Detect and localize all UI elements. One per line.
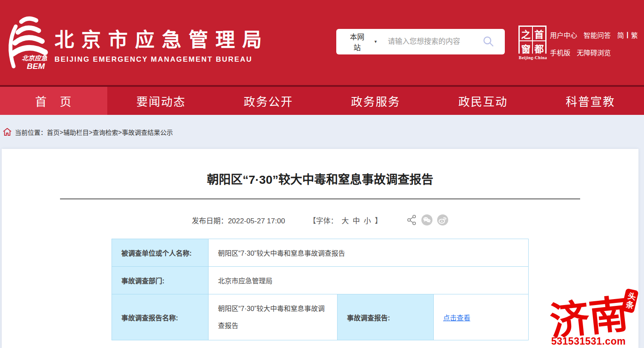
wechat-icon (421, 214, 433, 226)
capital-window-caption: Beijing-China (518, 55, 547, 60)
language-divider: | (627, 31, 628, 39)
search-bar: 本网站 ▼ (336, 29, 505, 54)
publish-date-label: 发布日期： (192, 217, 228, 225)
search-button[interactable] (482, 35, 505, 48)
report-info-table: 被调查单位或个人名称: 朝阳区“7·30”较大中毒和窒息事故调查报告 事故调查部… (112, 239, 529, 340)
capital-window-grid: 之 首 窗 都 (518, 26, 547, 54)
nav-item-science-education[interactable]: 科普宣教 (537, 87, 644, 115)
bureau-logo[interactable]: 北京应急 BEM (2, 14, 54, 72)
publish-date-row: 发布日期：2022-05-27 17:00 (192, 215, 285, 225)
breadcrumb-item-home[interactable]: 首页 (47, 128, 60, 137)
capital-window-logo[interactable]: 之 首 窗 都 Beijing-China (518, 26, 547, 60)
breadcrumb-prefix: 当前位置： (15, 128, 47, 137)
nav-item-interaction[interactable]: 政民互动 (429, 87, 537, 115)
font-size-close: 】 (375, 215, 382, 225)
capital-window-char: 首 (533, 27, 545, 40)
table-row: 事故调查报告名称: 朝阳区“7·30”较大中毒和窒息事故调查报告 事故调查报告:… (112, 294, 529, 340)
share-icon (406, 214, 417, 225)
home-icon (3, 128, 12, 136)
site-subtitle: BEIJING EMERGENCY MANAGEMENT BUREAU (54, 55, 269, 64)
row-label: 事故调查部门: (112, 267, 209, 294)
breadcrumb-separator: > (118, 128, 122, 136)
search-scope-dropdown[interactable]: 本网站 ▼ (336, 31, 378, 52)
nav-item-gov-disclosure[interactable]: 政务公开 (215, 87, 322, 115)
share-button[interactable] (406, 214, 417, 225)
header-quick-links: 用户中心 智能问答 简 | 繁 手机版 无障碍浏览 (550, 30, 641, 65)
link-mobile-version[interactable]: 手机版 (550, 47, 570, 57)
link-traditional-chinese[interactable]: 繁 (631, 30, 638, 40)
site-title-block: 北京市应急管理局 BEIJING EMERGENCY MANAGEMENT BU… (54, 24, 269, 64)
table-row: 被调查单位或个人名称: 朝阳区“7·30”较大中毒和窒息事故调查报告 (112, 239, 529, 267)
chevron-down-icon: ▼ (374, 40, 378, 44)
breadcrumb-item-aux-column[interactable]: 辅助栏目 (63, 128, 89, 137)
row-value: 朝阳区“7·30”较大中毒和窒息事故调查报告 (209, 239, 529, 267)
site-title: 北京市应急管理局 (54, 24, 269, 52)
font-size-selector: 【字体： 大 中 小 】 (309, 215, 382, 225)
font-size-medium[interactable]: 中 (353, 215, 360, 225)
bureau-logo-text-cn: 北京应急 (22, 54, 47, 62)
weibo-icon (437, 214, 449, 226)
link-simplified-chinese[interactable]: 简 (617, 30, 624, 40)
breadcrumb-item-search-retrieval[interactable]: 查询检索 (93, 128, 118, 137)
bureau-logo-icon: 北京应急 BEM (2, 14, 54, 72)
nav-item-gov-services[interactable]: 政务服务 (322, 87, 429, 115)
row-label: 被调查单位或个人名称: (112, 239, 209, 267)
link-smart-qa[interactable]: 智能问答 (584, 30, 611, 40)
main-nav: 首 页 要闻动态 政务公开 政务服务 政民互动 科普宣教 (0, 85, 644, 115)
site-header: 北京应急 BEM 北京市应急管理局 BEIJING EMERGENCY MANA… (0, 0, 644, 85)
search-scope-label: 本网站 (347, 31, 367, 52)
breadcrumb-item-current: 事故调查结果公示 (122, 128, 173, 137)
capital-window-char: 之 (520, 27, 532, 40)
row-value: 点击查看 (434, 294, 529, 340)
wechat-share-button[interactable] (421, 214, 433, 226)
capital-window-char: 都 (533, 41, 545, 55)
search-icon (482, 35, 495, 48)
bureau-logo-text-en: BEM (27, 62, 45, 71)
publish-date-value: 2022-05-27 17:00 (228, 217, 285, 225)
row-value: 北京市应急管理局 (209, 267, 529, 294)
title-divider (60, 198, 580, 200)
font-size-small[interactable]: 小 (364, 215, 371, 225)
link-user-center[interactable]: 用户中心 (550, 30, 577, 40)
row-value: 朝阳区“7·30”较大中毒和窒息事故调查报告 (209, 294, 338, 340)
breadcrumb-separator: > (89, 128, 93, 136)
row-label: 事故调查报告名称: (112, 294, 209, 340)
share-buttons (406, 214, 449, 226)
capital-window-char: 窗 (520, 41, 532, 55)
link-accessibility[interactable]: 无障碍浏览 (577, 47, 611, 57)
font-size-large[interactable]: 大 (342, 215, 349, 225)
nav-item-home[interactable]: 首 页 (0, 87, 107, 115)
breadcrumb: 当前位置： 首页 > 辅助栏目 > 查询检索 > 事故调查结果公示 (0, 115, 644, 149)
table-row: 事故调查部门: 北京市应急管理局 (112, 267, 529, 294)
nav-item-news[interactable]: 要闻动态 (107, 87, 215, 115)
font-size-open: 【字体： (309, 215, 338, 225)
view-report-link[interactable]: 点击查看 (443, 314, 470, 322)
page-title: 朝阳区“7·30”较大中毒和窒息事故调查报告 (2, 149, 638, 187)
search-input[interactable] (378, 37, 482, 46)
breadcrumb-separator: > (60, 128, 63, 136)
content-card: 朝阳区“7·30”较大中毒和窒息事故调查报告 发布日期：2022-05-27 1… (2, 149, 638, 348)
row-label: 事故调查报告: (338, 294, 434, 340)
weibo-share-button[interactable] (437, 214, 449, 226)
article-meta: 发布日期：2022-05-27 17:00 【字体： 大 中 小 】 (2, 214, 638, 226)
